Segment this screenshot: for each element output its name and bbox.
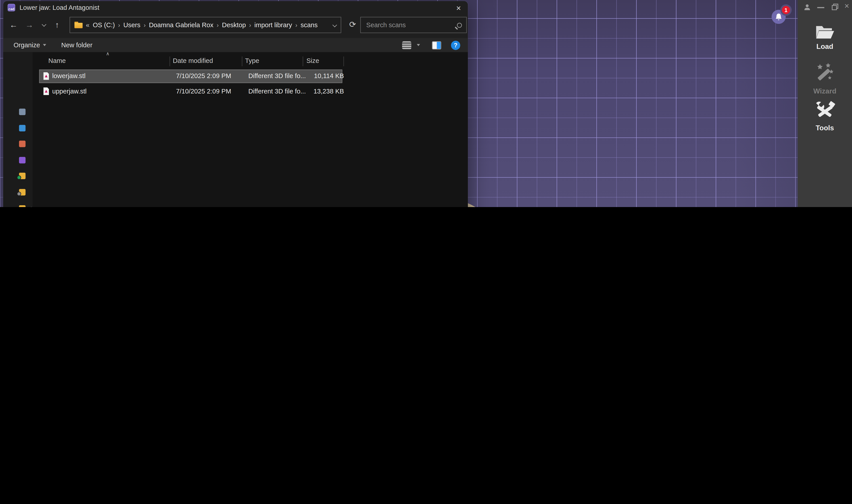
file-list-header: ∧ Name Date modified Type Size [33, 54, 468, 67]
file-size: 10,114 KB [292, 72, 344, 80]
column-name[interactable]: Name [49, 57, 66, 65]
nav-pane-item-icon[interactable] [19, 173, 25, 179]
minimize-button[interactable] [817, 7, 824, 8]
right-sidebar: × Load Wizard [798, 0, 852, 207]
file-size: 13,238 KB [292, 88, 344, 95]
forward-button[interactable]: → [22, 17, 36, 32]
breadcrumb-dropdown-icon[interactable] [332, 23, 337, 28]
exocad-cad-icon: cad [7, 4, 15, 12]
change-view-icon[interactable] [402, 41, 411, 49]
file-row-lowerjaw[interactable]: lowerjaw.stl 7/10/2025 2:09 PM Different… [40, 70, 342, 83]
dialog-toolbar: Organize New folder ? [3, 38, 468, 52]
dialog-titlebar[interactable]: cad Lower jaw: Load Antagonist × [3, 1, 468, 14]
new-folder-button[interactable]: New folder [61, 41, 92, 49]
column-date-modified[interactable]: Date modified [173, 57, 213, 65]
breadcrumb-overflow[interactable]: « [86, 21, 89, 29]
file-name: lowerjaw.stl [52, 72, 86, 80]
sidebar-item-label: Load [817, 42, 833, 51]
nav-pane-scrollbar[interactable] [30, 207, 32, 207]
caret-down-icon [43, 44, 46, 46]
dialog-close-button[interactable]: × [453, 2, 465, 14]
search-box[interactable] [360, 17, 467, 33]
stl-file-icon [43, 88, 49, 96]
column-size[interactable]: Size [307, 57, 319, 65]
breadcrumb-separator: › [118, 22, 120, 28]
file-date: 7/10/2025 2:09 PM [176, 72, 231, 80]
file-date: 7/10/2025 2:09 PM [176, 88, 231, 95]
folder-icon [74, 22, 83, 28]
magic-wand-icon [813, 62, 836, 85]
search-input[interactable] [365, 20, 457, 29]
recent-locations-button[interactable] [37, 17, 51, 32]
breadcrumb-separator: › [143, 22, 145, 28]
sidebar-item-label: Tools [816, 124, 834, 132]
refresh-button[interactable]: ⟳ [346, 17, 360, 32]
notification-badge: 1 [782, 6, 790, 14]
sidebar-item-label: Wizard [813, 87, 836, 95]
breadcrumb-separator: › [217, 22, 219, 28]
load-antagonist-dialog: cad Lower jaw: Load Antagonist × ← → ↑ «… [3, 1, 468, 207]
view-options-caret-icon[interactable] [417, 44, 420, 46]
restore-button[interactable] [832, 3, 839, 11]
sidebar-item-tools[interactable]: Tools [798, 101, 852, 132]
breadcrumb-segment[interactable]: scans [300, 21, 317, 29]
column-type[interactable]: Type [245, 57, 259, 65]
new-folder-label: New folder [61, 41, 92, 49]
load-folder-icon [815, 24, 835, 40]
breadcrumb-separator: › [249, 22, 251, 28]
nav-pane-item-icon[interactable] [19, 205, 25, 207]
breadcrumb-segment[interactable]: import library [254, 21, 292, 29]
sidebar-item-load[interactable]: Load [798, 24, 852, 50]
navigation-pane[interactable] [3, 52, 33, 207]
breadcrumb-separator: › [295, 22, 297, 28]
breadcrumb-segment[interactable]: OS (C:) [93, 21, 115, 29]
bell-icon [775, 13, 782, 21]
dialog-title: Lower jaw: Load Antagonist [20, 4, 99, 12]
nav-pane-item-icon[interactable] [19, 141, 25, 147]
sort-ascending-icon: ∧ [106, 51, 110, 56]
dialog-navigation-row: ← → ↑ « OS (C:) › Users › Doamna Gabriel… [3, 14, 468, 36]
breadcrumb-segment[interactable]: Doamna Gabriela Rox [149, 21, 213, 29]
nav-pane-item-icon[interactable] [19, 125, 25, 131]
preview-pane-icon[interactable] [432, 41, 441, 49]
tools-icon [814, 101, 836, 122]
sidebar-item-wizard[interactable]: Wizard [798, 62, 852, 95]
nav-pane-item-icon[interactable] [19, 109, 25, 115]
nav-pane-item-icon[interactable] [19, 189, 25, 195]
breadcrumb-segment[interactable]: Users [123, 21, 140, 29]
user-icon[interactable] [803, 3, 811, 12]
file-name: upperjaw.stl [52, 88, 87, 95]
back-button[interactable]: ← [6, 17, 20, 32]
help-button[interactable]: ? [451, 40, 460, 50]
up-button[interactable]: ↑ [50, 17, 64, 32]
dialog-body: ∧ Name Date modified Type Size lowerjaw.… [3, 52, 468, 207]
breadcrumb[interactable]: « OS (C:) › Users › Doamna Gabriela Rox … [70, 17, 342, 33]
stl-file-icon [43, 72, 49, 80]
exocad-app-window: 0102030405060708090100110120130140150160… [0, 0, 852, 207]
search-icon [457, 22, 462, 28]
breadcrumb-segment[interactable]: Desktop [222, 21, 246, 29]
organize-label: Organize [14, 41, 40, 49]
notifications-button[interactable]: 1 [771, 10, 786, 24]
file-row-upperjaw[interactable]: upperjaw.stl 7/10/2025 2:09 PM Different… [40, 85, 342, 98]
close-app-button[interactable]: × [845, 1, 849, 10]
organize-button[interactable]: Organize [14, 41, 46, 49]
chevron-down-icon [42, 22, 47, 27]
nav-pane-item-icon[interactable] [19, 157, 25, 163]
